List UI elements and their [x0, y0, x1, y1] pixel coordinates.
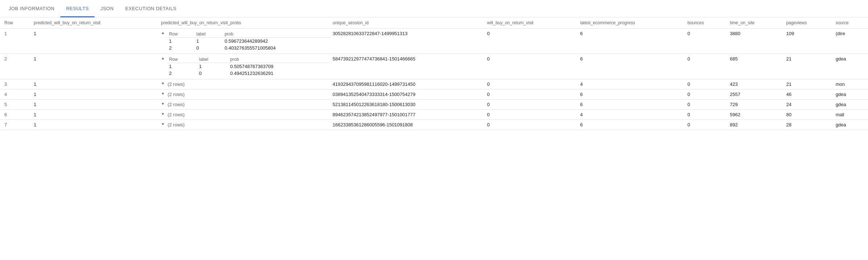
cell-probs: ▼(2 rows) — [157, 79, 328, 89]
sub-cell: 0 — [198, 70, 229, 77]
cell-pageviews: 21 — [782, 79, 831, 89]
col-header-2: predicted_will_buy_on_return_visit_probs — [157, 17, 328, 29]
cell-pageviews: 80 — [782, 110, 831, 120]
cell-probs: ▼(2 rows) — [157, 100, 328, 110]
expand-arrow-icon[interactable]: ▼ — [161, 102, 165, 106]
sub-col-header: Row — [168, 31, 195, 38]
cell-probs: ▲Rowlabelprob110.596723644289942200.4032… — [157, 29, 328, 54]
sub-cell: 2 — [168, 70, 198, 77]
cell-time-on-site: 2557 — [726, 89, 782, 100]
cell-row-num: 6 — [0, 110, 29, 120]
cell-will-buy: 0 — [483, 120, 576, 130]
cell-pageviews: 109 — [782, 29, 831, 54]
sub-cell: 1 — [168, 38, 195, 45]
cell-will-buy: 0 — [483, 54, 576, 79]
table-row: 31▼(2 rows)419329437095981116020-1499731… — [0, 79, 868, 89]
col-header-4: will_buy_on_return_visit — [483, 17, 576, 29]
cell-time-on-site: 892 — [726, 120, 782, 130]
collapsed-rows-label: (2 rows) — [168, 81, 185, 87]
cell-time-on-site: 5962 — [726, 110, 782, 120]
cell-probs: ▲Rowlabelprob110.505748767363709200.4942… — [157, 54, 328, 79]
cell-latest-ecommerce: 6 — [576, 100, 683, 110]
header-row: Rowpredicted_will_buy_on_return_visitpre… — [0, 17, 868, 29]
cell-session-id: 419329437095981116020-1499731450 — [328, 79, 483, 89]
tab-job-information[interactable]: JOB INFORMATION — [3, 0, 60, 17]
cell-probs: ▼(2 rows) — [157, 89, 328, 100]
cell-session-id: 305282810633722847-1499951313 — [328, 29, 483, 54]
cell-latest-ecommerce: 6 — [576, 89, 683, 100]
cell-pageviews: 28 — [782, 120, 831, 130]
table-body: 11▲Rowlabelprob110.596723644289942200.40… — [0, 29, 868, 130]
cell-source: gdea — [831, 54, 868, 79]
expand-arrow-icon[interactable]: ▼ — [161, 81, 165, 85]
cell-row-num: 3 — [0, 79, 29, 89]
collapse-arrow-icon[interactable]: ▲ — [161, 31, 165, 35]
sub-cell: 0.403276355571005804 — [223, 45, 330, 51]
table-row: 51▼(2 rows)521381145012263618180-1500613… — [0, 100, 868, 110]
cell-session-id: 521381145012263618180-1500613030 — [328, 100, 483, 110]
cell-source: gdea — [831, 100, 868, 110]
cell-bounces: 0 — [683, 120, 726, 130]
sub-cell: 1 — [168, 63, 198, 70]
sub-table-row: 110.596723644289942 — [168, 38, 330, 45]
cell-time-on-site: 729 — [726, 100, 782, 110]
table-row: 11▲Rowlabelprob110.596723644289942200.40… — [0, 29, 868, 54]
cell-latest-ecommerce: 6 — [576, 120, 683, 130]
cell-source: gdea — [831, 89, 868, 100]
tab-results[interactable]: RESULTS — [60, 0, 95, 17]
table-header: Rowpredicted_will_buy_on_return_visitpre… — [0, 17, 868, 29]
cell-row-num: 1 — [0, 29, 29, 54]
col-header-6: bounces — [683, 17, 726, 29]
collapsed-rows-label: (2 rows) — [168, 112, 185, 117]
cell-will-buy: 0 — [483, 100, 576, 110]
cell-bounces: 0 — [683, 54, 726, 79]
collapsed-rows-label: (2 rows) — [168, 122, 185, 127]
cell-will-buy: 0 — [483, 79, 576, 89]
cell-probs: ▼(2 rows) — [157, 110, 328, 120]
expand-arrow-icon[interactable]: ▼ — [161, 122, 165, 126]
sub-cell: 1 — [198, 63, 229, 70]
cell-source: (dire — [831, 29, 868, 54]
cell-predicted: 1 — [29, 89, 157, 100]
cell-session-id: 894623574213852497977-1501001777 — [328, 110, 483, 120]
col-header-3: unique_session_id — [328, 17, 483, 29]
cell-bounces: 0 — [683, 100, 726, 110]
cell-predicted: 1 — [29, 100, 157, 110]
table-row: 61▼(2 rows)894623574213852497977-1501001… — [0, 110, 868, 120]
table-row: 41▼(2 rows)038941352540473333314-1500754… — [0, 89, 868, 100]
tab-execution-details[interactable]: EXECUTION DETAILS — [120, 0, 182, 17]
cell-will-buy: 0 — [483, 110, 576, 120]
sub-table-row: 110.505748767363709 — [168, 63, 330, 70]
sub-col-header: label — [195, 31, 223, 38]
sub-cell: 0 — [195, 45, 223, 51]
sub-cell: 1 — [195, 38, 223, 45]
expand-arrow-icon[interactable]: ▼ — [161, 92, 165, 96]
col-header-9: source — [831, 17, 868, 29]
cell-source: mall — [831, 110, 868, 120]
table-container: Rowpredicted_will_buy_on_return_visitpre… — [0, 17, 868, 130]
tab-json[interactable]: JSON — [95, 0, 120, 17]
cell-bounces: 0 — [683, 79, 726, 89]
sub-cell: 0.494251232636291 — [229, 70, 330, 77]
cell-session-id: 16623385361286005596-1501091808 — [328, 120, 483, 130]
cell-latest-ecommerce: 6 — [576, 29, 683, 54]
sub-col-header: prob — [223, 31, 330, 38]
cell-predicted: 1 — [29, 110, 157, 120]
cell-bounces: 0 — [683, 89, 726, 100]
cell-latest-ecommerce: 6 — [576, 54, 683, 79]
cell-predicted: 1 — [29, 120, 157, 130]
col-header-5: latest_ecommerce_progress — [576, 17, 683, 29]
collapsed-rows-label: (2 rows) — [168, 102, 185, 107]
sub-cell: 0.596723644289942 — [223, 38, 330, 45]
expand-arrow-icon[interactable]: ▼ — [161, 112, 165, 116]
col-header-8: pageviews — [782, 17, 831, 29]
cell-row-num: 4 — [0, 89, 29, 100]
cell-predicted: 1 — [29, 79, 157, 89]
cell-time-on-site: 423 — [726, 79, 782, 89]
collapse-arrow-icon[interactable]: ▲ — [161, 56, 165, 60]
results-table: Rowpredicted_will_buy_on_return_visitpre… — [0, 17, 868, 130]
cell-latest-ecommerce: 4 — [576, 110, 683, 120]
cell-bounces: 0 — [683, 29, 726, 54]
cell-pageviews: 21 — [782, 54, 831, 79]
sub-col-header: prob — [229, 56, 330, 63]
